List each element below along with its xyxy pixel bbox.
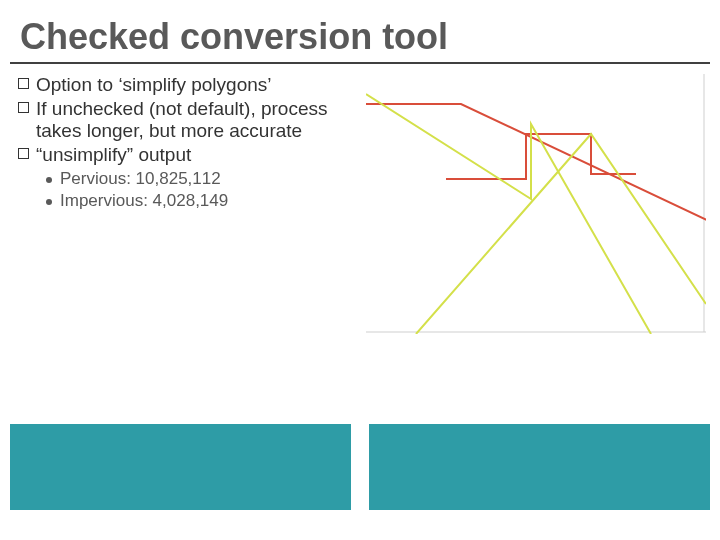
bullet-text: Option to ‘simplify polygons’ [36,74,272,95]
bullet-item: If unchecked (not default), process take… [18,98,358,142]
sub-bullet-item: Pervious: 10,825,112 [46,169,358,189]
polygon-svg [366,74,706,334]
red-polyline [366,104,706,222]
bullet-item: Option to ‘simplify polygons’ [18,74,358,96]
yellow-polyline-1 [366,94,651,334]
slide-title: Checked conversion tool [10,0,710,64]
content-area: Option to ‘simplify polygons’ If uncheck… [0,64,720,334]
sub-bullet-text: Pervious: 10,825,112 [60,169,221,188]
square-bullet-icon [18,78,29,89]
bullet-item: “unsimplify” output [18,144,358,166]
bottom-accent-bars [10,424,710,510]
polygon-figure [366,74,706,334]
square-bullet-icon [18,148,29,159]
teal-bar-left [10,424,351,510]
bullet-text: “unsimplify” output [36,144,191,165]
sub-bullet-list: Pervious: 10,825,112 Impervious: 4,028,1… [18,169,358,210]
yellow-polyline-2 [416,134,706,334]
bullet-text: If unchecked (not default), process take… [36,98,328,141]
sub-bullet-text: Impervious: 4,028,149 [60,191,228,210]
text-column: Option to ‘simplify polygons’ If uncheck… [18,74,358,334]
circle-bullet-icon [46,177,52,183]
square-bullet-icon [18,102,29,113]
teal-bar-right [369,424,710,510]
circle-bullet-icon [46,199,52,205]
sub-bullet-item: Impervious: 4,028,149 [46,191,358,211]
